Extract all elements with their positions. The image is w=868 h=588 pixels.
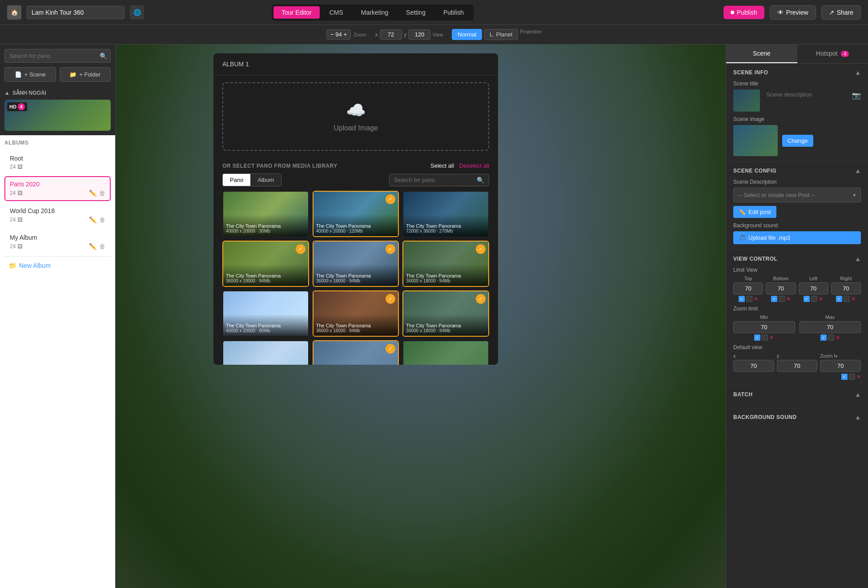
view-control-collapse[interactable]: ▲ xyxy=(855,255,861,262)
pano-search-input[interactable] xyxy=(394,177,474,183)
tab-tour-editor[interactable]: Tour Editor xyxy=(273,6,320,19)
delete-myalbum-btn[interactable]: 🗑 xyxy=(99,243,105,250)
proj-lplanet-btn[interactable]: L. Planet xyxy=(484,29,518,40)
image-item-8[interactable]: The City Town Panorama 36000 x 18000 · 9… xyxy=(402,290,489,337)
publish-button[interactable]: Publish xyxy=(723,6,764,19)
scene-info-collapse[interactable]: ▲ xyxy=(855,69,861,76)
edit-album-btn[interactable]: ✏️ xyxy=(89,189,96,197)
scene-desc-input[interactable] xyxy=(764,89,848,100)
deselect-all-link[interactable]: Deselect all xyxy=(459,162,489,169)
zoom-minus-btn[interactable]: − xyxy=(330,31,334,38)
new-album-button[interactable]: 📁 New Album xyxy=(4,256,111,274)
zoom-min-uncheck[interactable] xyxy=(762,334,768,341)
edit-post-button[interactable]: ✏️ Edit post xyxy=(733,206,776,218)
album-item-worldcup[interactable]: World Cup 2018 24 🖼 ✏️ 🗑 xyxy=(4,203,111,228)
limit-top-clear[interactable]: ✕ xyxy=(754,296,758,302)
tab-setting[interactable]: Setting xyxy=(398,6,434,19)
zoom-max-clear[interactable]: ✕ xyxy=(836,334,840,341)
globe-button[interactable]: 🌐 xyxy=(130,5,144,20)
add-folder-button[interactable]: 📁 + Folder xyxy=(60,67,111,82)
search-icon[interactable]: 🔍 xyxy=(100,52,107,60)
zoom-max-uncheck[interactable] xyxy=(828,334,834,341)
image-item-6[interactable]: The City Town Panorama 40000 x 20000 · 8… xyxy=(222,290,309,337)
search-pano-input[interactable] xyxy=(4,49,111,63)
image-info-4: The City Town Panorama 36000 x 18000 · 9… xyxy=(313,264,398,286)
section-header[interactable]: ▲ SẢNH NGOÀI xyxy=(0,86,115,100)
home-button[interactable]: 🏠 xyxy=(7,5,21,20)
edit-myalbum-btn[interactable]: ✏️ xyxy=(89,243,96,250)
delete-album-btn[interactable]: 🗑 xyxy=(99,189,105,197)
tab-cms[interactable]: CMS xyxy=(321,6,351,19)
search-pano-icon[interactable]: 🔍 xyxy=(477,177,484,184)
image-item-10[interactable]: ✓ xyxy=(313,340,399,365)
tab-hotspot[interactable]: Hotspot 4 xyxy=(797,44,868,63)
x-input[interactable] xyxy=(380,29,402,40)
image-item-1[interactable]: The City Town Panorama 40000 x 20000 · 1… xyxy=(313,191,399,237)
change-image-button[interactable]: Change xyxy=(782,135,813,147)
image-item-9[interactable] xyxy=(222,340,309,365)
limit-left-clear[interactable]: ✕ xyxy=(819,296,823,302)
dv-check[interactable]: ✓ xyxy=(841,374,848,380)
image-item-7[interactable]: The City Town Panorama 36000 x 18000 · 9… xyxy=(313,290,399,337)
tab-scene[interactable]: Scene xyxy=(726,44,797,63)
image-meta-1: 40000 x 20000 · 120Mb xyxy=(316,229,396,234)
tab-marketing[interactable]: Marketing xyxy=(353,6,396,19)
zoom-max-check[interactable]: ✓ xyxy=(820,334,827,341)
proj-normal-btn[interactable]: Normal xyxy=(452,29,482,40)
zoom-max-input[interactable] xyxy=(800,321,861,333)
scene-thumbnail[interactable]: HD 4 xyxy=(4,100,111,131)
tab-publish[interactable]: Publish xyxy=(435,6,472,19)
add-scene-button[interactable]: 📄 + Scene xyxy=(4,67,56,82)
delete-worldcup-btn[interactable]: 🗑 xyxy=(99,216,105,223)
y-input[interactable] xyxy=(408,29,430,40)
batch-collapse[interactable]: ▲ xyxy=(855,391,861,398)
limit-bottom-input[interactable] xyxy=(766,282,796,294)
dv-clear[interactable]: ✕ xyxy=(856,374,861,380)
limit-right-input[interactable] xyxy=(831,282,861,294)
dv-uncheck[interactable] xyxy=(849,374,855,380)
dv-zoom-input[interactable] xyxy=(820,360,861,372)
limit-bottom-check[interactable]: ✓ xyxy=(771,296,777,302)
select-all-link[interactable]: Select all xyxy=(430,162,454,169)
tab-album[interactable]: Album xyxy=(250,174,281,186)
limit-right-check[interactable]: ✓ xyxy=(836,296,842,302)
limit-right-uncheck[interactable] xyxy=(844,296,850,302)
limit-left-check[interactable]: ✓ xyxy=(804,296,810,302)
upload-mp3-button[interactable]: 🎵 Upload file .mp3 xyxy=(733,231,861,244)
limit-bottom-uncheck[interactable] xyxy=(779,296,785,302)
bg-sound-collapse[interactable]: ▲ xyxy=(855,414,861,421)
preview-button[interactable]: 👁 Preview xyxy=(770,5,816,20)
scene-config-collapse[interactable]: ▲ xyxy=(855,167,861,174)
image-item-4[interactable]: The City Town Panorama 36000 x 18000 · 9… xyxy=(313,241,399,287)
limit-right-clear[interactable]: ✕ xyxy=(851,296,856,302)
zoom-min-clear[interactable]: ✕ xyxy=(769,334,774,341)
image-item-11[interactable] xyxy=(402,340,489,365)
tab-pano[interactable]: Pano xyxy=(223,174,250,186)
image-item-0[interactable]: The City Town Panorama 40000 x 20000 · 3… xyxy=(222,191,309,237)
limit-top-input[interactable] xyxy=(733,282,763,294)
album-item-root[interactable]: Root 24 🖼 xyxy=(4,150,111,174)
limit-left-input[interactable] xyxy=(799,282,828,294)
zoom-min-input[interactable] xyxy=(733,321,795,333)
limit-bottom-clear[interactable]: ✕ xyxy=(786,296,791,302)
album-item-paris[interactable]: Paris 2020 24 🖼 ✏️ 🗑 xyxy=(4,176,111,201)
limit-left-uncheck[interactable] xyxy=(811,296,817,302)
album-item-myalbum[interactable]: My Album 24 🖼 ✏️ 🗑 xyxy=(4,230,111,254)
image-item-3[interactable]: The City Town Panorama 36000 x 18000 · 9… xyxy=(222,241,309,287)
zoom-plus-btn[interactable]: + xyxy=(344,31,347,38)
limit-top-check[interactable]: ✓ xyxy=(739,296,745,302)
zoom-min-check[interactable]: ✓ xyxy=(754,334,760,341)
image-item-2[interactable]: The City Town Panorama 72000 x 36000 · 2… xyxy=(402,191,489,237)
image-meta-2: 72000 x 36000 · 270Mb xyxy=(406,229,486,234)
tour-name-input[interactable] xyxy=(27,6,125,19)
dv-y-input[interactable] xyxy=(777,360,818,372)
dv-x-input[interactable] xyxy=(733,360,774,372)
edit-post-label: Edit post xyxy=(748,209,771,215)
limit-top-uncheck[interactable] xyxy=(746,296,752,302)
upload-zone[interactable]: ☁️ Upload Image xyxy=(222,82,489,151)
share-button[interactable]: ↗ Share xyxy=(821,5,861,20)
post-select-dropdown[interactable]: -- Select or create new Post -- ▾ xyxy=(733,188,861,202)
edit-worldcup-btn[interactable]: ✏️ xyxy=(89,216,96,223)
camera-icon[interactable]: 📷 xyxy=(852,91,861,100)
image-item-5[interactable]: The City Town Panorama 36000 x 18000 · 9… xyxy=(402,241,489,287)
